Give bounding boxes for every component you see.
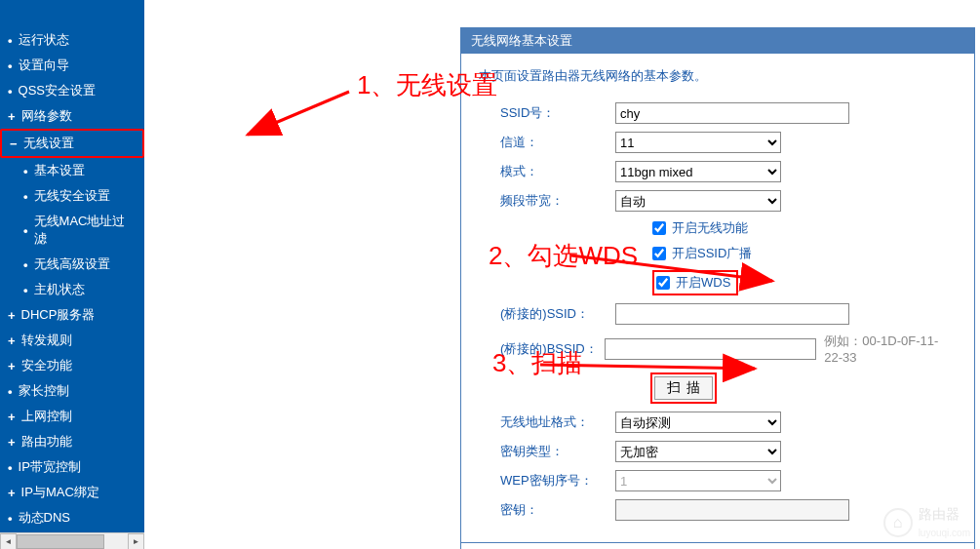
sidebar-item-qss[interactable]: QSS安全设置 (0, 78, 144, 103)
enable-wireless-label: 开启无线功能 (672, 219, 748, 237)
channel-select[interactable]: 11 (615, 132, 781, 153)
sidebar-item-parental[interactable]: 家长控制 (0, 378, 144, 404)
sidebar-item-forward[interactable]: 转发规则 (0, 328, 144, 353)
annotation-2: 2、勾选WDS (489, 239, 638, 273)
bridge-bssid-input[interactable] (605, 338, 817, 360)
key-input (615, 499, 849, 521)
sidebar-item-wireless[interactable]: 无线设置 (0, 129, 144, 158)
sidebar-item-secfunc[interactable]: 安全功能 (0, 353, 144, 378)
scan-button[interactable]: 扫描 (654, 376, 713, 400)
sidebar-item-access[interactable]: 上网控制 (0, 404, 144, 429)
panel-body: 本页面设置路由器无线网络的基本参数。 SSID号： 信道： 11 模式： 11b… (461, 54, 974, 542)
wep-index-select[interactable]: 1 (615, 470, 781, 491)
enable-ssid-broadcast-checkbox[interactable] (652, 247, 666, 260)
enable-ssid-broadcast-label: 开启SSID广播 (672, 245, 752, 262)
settings-panel: 无线网络基本设置 本页面设置路由器无线网络的基本参数。 SSID号： 信道： 1… (460, 27, 975, 549)
addr-format-label: 无线地址格式： (479, 413, 615, 431)
scroll-right-icon[interactable]: ► (128, 533, 144, 549)
key-type-label: 密钥类型： (479, 443, 615, 460)
watermark-text: 路由器 (919, 506, 960, 522)
watermark-sub: luyouqi.com (919, 528, 970, 538)
mode-label: 模式： (479, 163, 615, 180)
sidebar-item-ipmac[interactable]: IP与MAC绑定 (0, 480, 144, 505)
sidebar-item-macfilter[interactable]: 无线MAC地址过滤 (0, 209, 144, 252)
sidebar-sub-wireless: 基本设置 无线安全设置 无线MAC地址过滤 无线高级设置 主机状态 (0, 158, 144, 302)
key-label: 密钥： (479, 501, 615, 519)
panel-desc: 本页面设置路由器无线网络的基本参数。 (479, 67, 957, 85)
panel-title: 无线网络基本设置 (461, 28, 974, 54)
main-content: 无线网络基本设置 本页面设置路由器无线网络的基本参数。 SSID号： 信道： 1… (144, 0, 980, 549)
bandwidth-select[interactable]: 自动 (615, 190, 781, 212)
channel-label: 信道： (479, 134, 615, 151)
ssid-input[interactable] (615, 102, 849, 124)
ssid-label: SSID号： (479, 104, 615, 122)
addr-format-select[interactable]: 自动探测 (615, 412, 781, 433)
enable-wds-checkbox[interactable] (656, 276, 670, 290)
sidebar-item-advanced[interactable]: 无线高级设置 (0, 252, 144, 277)
annotation-1: 1、无线设置 (357, 68, 497, 102)
wep-index-label: WEP密钥序号： (479, 472, 615, 490)
sidebar-item-status[interactable]: 运行状态 (0, 27, 144, 53)
bssid-example: 例如：00-1D-0F-11-22-33 (824, 333, 957, 365)
sidebar-item-bandwidth[interactable]: IP带宽控制 (0, 454, 144, 480)
scroll-left-icon[interactable]: ◄ (0, 533, 17, 549)
panel-footer: 保存 帮助 (461, 542, 974, 549)
scrollbar-h-thumb[interactable] (17, 534, 104, 549)
sidebar-item-routing[interactable]: 路由功能 (0, 429, 144, 454)
sidebar-item-dhcp[interactable]: DHCP服务器 (0, 302, 144, 328)
annotation-3: 3、扫描 (492, 346, 582, 380)
bandwidth-label: 频段带宽： (479, 192, 615, 210)
watermark-icon: ⌂ (883, 508, 913, 537)
enable-wds-label: 开启WDS (676, 274, 730, 292)
sidebar: 运行状态 设置向导 QSS安全设置 网络参数 无线设置 基本设置 无线安全设置 … (0, 0, 144, 549)
bridge-ssid-input[interactable] (615, 303, 849, 325)
key-type-select[interactable]: 无加密 (615, 441, 781, 462)
arrow-1-icon (248, 92, 349, 135)
sidebar-item-wizard[interactable]: 设置向导 (0, 53, 144, 78)
watermark: ⌂ 路由器 luyouqi.com (883, 506, 970, 539)
scrollbar-horizontal[interactable]: ◄ ► (0, 532, 144, 549)
mode-select[interactable]: 11bgn mixed (615, 161, 781, 182)
sidebar-item-ddns[interactable]: 动态DNS (0, 505, 144, 530)
sidebar-item-hoststatus[interactable]: 主机状态 (0, 277, 144, 302)
sidebar-item-security[interactable]: 无线安全设置 (0, 183, 144, 209)
enable-wireless-checkbox[interactable] (652, 221, 666, 235)
sidebar-item-basic[interactable]: 基本设置 (0, 158, 144, 183)
bridge-ssid-label: (桥接的)SSID： (479, 305, 615, 323)
sidebar-item-network[interactable]: 网络参数 (0, 103, 144, 129)
